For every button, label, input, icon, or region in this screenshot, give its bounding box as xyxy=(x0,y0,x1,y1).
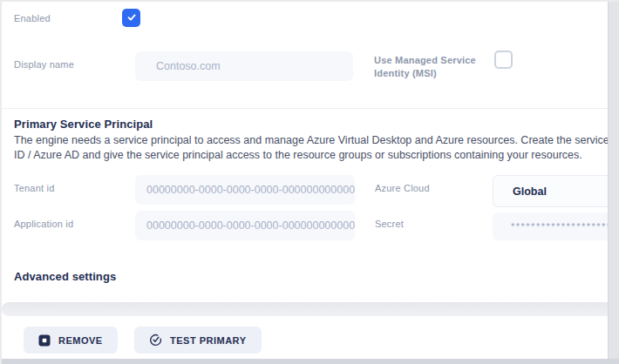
bottom-edge-bar xyxy=(2,359,619,364)
azure-cloud-label: Azure Cloud xyxy=(375,183,430,193)
display-name-label: Display name xyxy=(14,59,74,70)
test-primary-button[interactable]: TEST PRIMARY xyxy=(134,327,262,354)
application-id-input[interactable] xyxy=(135,211,355,240)
tenant-id-label: Tenant id xyxy=(14,183,54,193)
primary-section-description-line1: The engine needs a service principal to … xyxy=(14,134,619,146)
remove-button[interactable]: REMOVE xyxy=(24,327,118,354)
application-id-label: Application id xyxy=(14,219,73,229)
primary-section-title: Primary Service Principal xyxy=(14,118,153,131)
secret-input[interactable] xyxy=(493,212,619,240)
secret-label: Secret xyxy=(375,219,404,229)
right-edge-scrollbar-track[interactable] xyxy=(608,2,619,364)
remove-icon xyxy=(38,334,51,347)
msi-label: Use Managed Service Identity (MSI) xyxy=(374,54,494,80)
tenant-id-input[interactable] xyxy=(135,175,355,205)
horizontal-scrollbar[interactable] xyxy=(2,302,619,316)
azure-cloud-select[interactable]: Global xyxy=(493,175,619,207)
service-principal-settings-panel: Enabled Display name Use Managed Service… xyxy=(0,0,619,364)
test-primary-button-label: TEST PRIMARY xyxy=(170,335,247,346)
check-circle-icon xyxy=(149,334,162,347)
enabled-checkbox[interactable] xyxy=(122,9,140,27)
section-divider xyxy=(2,108,619,109)
remove-button-label: REMOVE xyxy=(58,335,103,346)
enabled-label: Enabled xyxy=(14,13,51,24)
display-name-input[interactable] xyxy=(135,51,353,81)
azure-cloud-selected-value: Global xyxy=(513,185,547,198)
advanced-settings-title[interactable]: Advanced settings xyxy=(14,270,116,283)
primary-section-description-line2: ID / Azure AD and give the service princ… xyxy=(14,149,582,161)
checkmark-icon xyxy=(126,10,137,26)
msi-checkbox[interactable] xyxy=(494,51,513,69)
